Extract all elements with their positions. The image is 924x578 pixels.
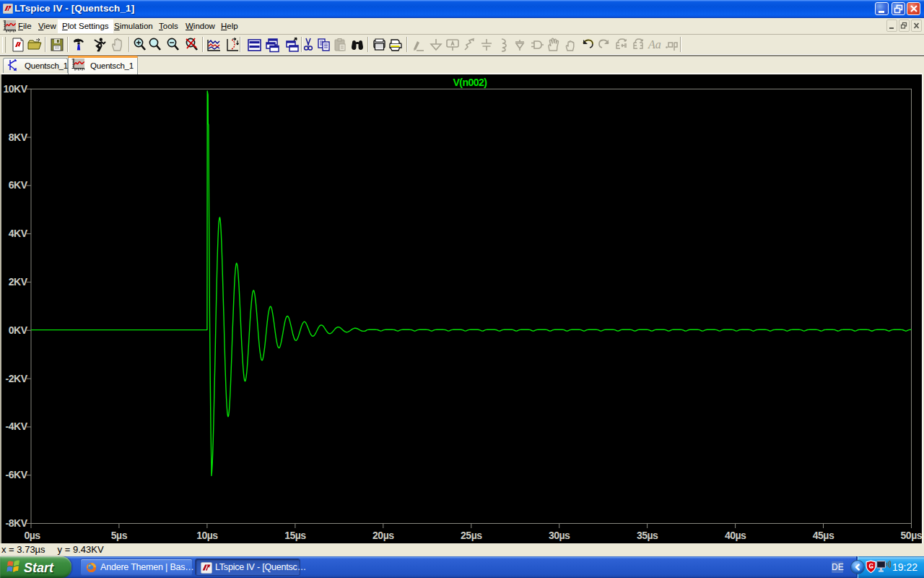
svg-text:5µs: 5µs: [111, 530, 128, 541]
svg-text:50µs: 50µs: [901, 530, 923, 541]
svg-text:10KV: 10KV: [3, 83, 27, 95]
svg-text:4KV: 4KV: [9, 228, 28, 239]
svg-text:V(n002): V(n002): [453, 77, 487, 88]
svg-text:35µs: 35µs: [637, 530, 658, 541]
svg-text:Aa: Aa: [648, 38, 661, 51]
svg-text:6KV: 6KV: [9, 179, 28, 191]
svg-text:10µs: 10µs: [196, 530, 218, 541]
svg-text:Start: Start: [24, 561, 54, 575]
svg-text:45µs: 45µs: [813, 530, 834, 541]
svg-text:8KV: 8KV: [9, 131, 28, 143]
svg-text:-4KV: -4KV: [6, 420, 28, 432]
svg-text:25µs: 25µs: [461, 530, 482, 541]
svg-text:30µs: 30µs: [549, 530, 570, 541]
svg-text:20µs: 20µs: [372, 530, 394, 541]
svg-text:2KV: 2KV: [9, 276, 28, 288]
svg-text:-8KV: -8KV: [6, 517, 28, 529]
svg-text:40µs: 40µs: [725, 530, 746, 541]
svg-text:15µs: 15µs: [284, 530, 306, 541]
svg-text:0µs: 0µs: [24, 530, 40, 541]
svg-text:-2KV: -2KV: [6, 373, 28, 384]
svg-text:-6KV: -6KV: [6, 469, 28, 480]
svg-text:0KV: 0KV: [9, 324, 28, 336]
